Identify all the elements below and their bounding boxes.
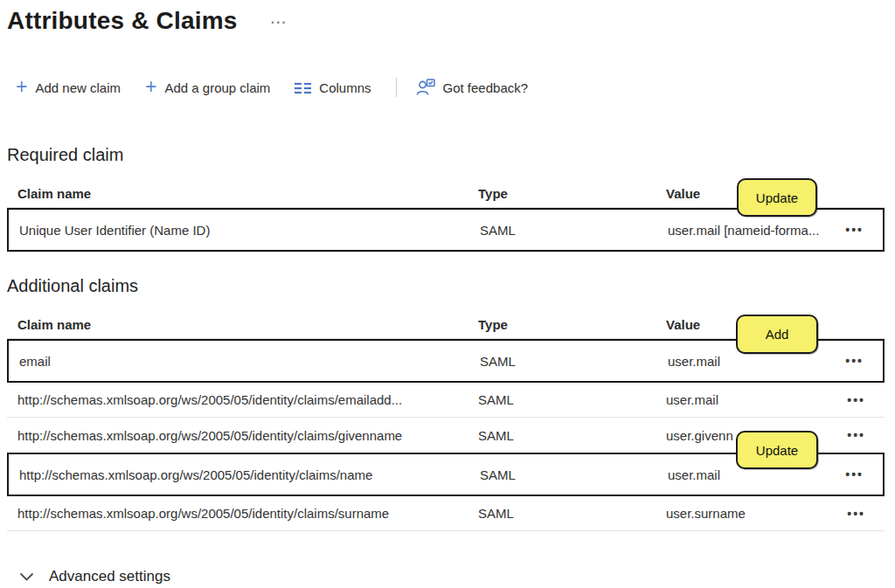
add-group-claim-label: Add a group claim: [164, 80, 270, 95]
add-new-claim-button[interactable]: + Add new claim: [16, 80, 121, 95]
feedback-person-icon: [416, 79, 435, 96]
plus-icon: +: [145, 78, 156, 95]
row-menu-button[interactable]: •••: [842, 221, 867, 239]
claim-name-column-header: Claim name: [7, 186, 478, 201]
add-group-claim-button[interactable]: + Add a group claim: [145, 80, 270, 95]
claim-type-cell: SAML: [478, 506, 666, 521]
ellipsis-icon: •••: [845, 467, 864, 481]
claim-name-cell: http://schemas.xmlsoap.org/ws/2005/05/id…: [7, 428, 478, 443]
annotation-sticker-add: Add: [736, 315, 818, 354]
claim-name-cell: http://schemas.xmlsoap.org/ws/2005/05/id…: [9, 467, 480, 482]
columns-label: Columns: [319, 80, 371, 95]
claim-value-cell: user.surname: [666, 506, 830, 521]
type-column-header: Type: [478, 317, 666, 332]
got-feedback-label: Got feedback?: [443, 80, 529, 95]
title-more-menu-button[interactable]: ···: [271, 15, 288, 31]
page-title: Attributes & Claims: [7, 7, 238, 35]
claim-value-cell: user.mail: [668, 354, 832, 369]
claim-type-cell: SAML: [478, 392, 666, 407]
annotation-label: Update: [756, 190, 798, 205]
ellipsis-icon: •••: [845, 223, 864, 237]
annotation-label: Update: [756, 443, 798, 458]
plus-icon: +: [16, 78, 27, 95]
claim-type-cell: SAML: [478, 428, 666, 443]
got-feedback-button[interactable]: Got feedback?: [416, 79, 529, 96]
row-menu-button[interactable]: •••: [843, 505, 869, 522]
chevron-down-icon: [19, 572, 34, 582]
ellipsis-icon: •••: [847, 507, 865, 521]
add-new-claim-label: Add new claim: [35, 80, 121, 95]
annotation-sticker-update-name: Update: [736, 431, 818, 469]
row-menu-button[interactable]: •••: [842, 466, 867, 483]
row-menu-button[interactable]: •••: [842, 352, 867, 370]
command-bar: + Add new claim + Add a group claim Colu…: [16, 75, 895, 100]
claim-type-cell: SAML: [480, 467, 668, 482]
table-row[interactable]: http://schemas.xmlsoap.org/ws/2005/05/id…: [7, 496, 885, 531]
ellipsis-icon: •••: [845, 354, 864, 368]
type-column-header: Type: [478, 186, 666, 201]
claim-name-column-header: Claim name: [7, 317, 478, 332]
claim-value-cell: user.mail [nameid-forma...: [668, 223, 832, 238]
ellipsis-icon: ···: [271, 15, 288, 30]
required-claim-heading: Required claim: [7, 145, 895, 165]
claim-name-cell: http://schemas.xmlsoap.org/ws/2005/05/id…: [7, 506, 478, 521]
claim-value-cell: user.mail: [666, 392, 830, 407]
annotation-sticker-update-required: Update: [737, 178, 817, 217]
attributes-claims-page: Attributes & Claims ··· + Add new claim …: [0, 0, 895, 588]
annotation-label: Add: [766, 327, 789, 342]
ellipsis-icon: •••: [847, 393, 865, 407]
row-menu-button[interactable]: •••: [843, 426, 869, 444]
claim-type-cell: SAML: [480, 354, 668, 369]
advanced-settings-label: Advanced settings: [49, 568, 170, 585]
toolbar-divider: [396, 78, 397, 97]
row-menu-button[interactable]: •••: [843, 391, 869, 409]
table-row[interactable]: http://schemas.xmlsoap.org/ws/2005/05/id…: [7, 383, 885, 418]
claim-type-cell: SAML: [480, 223, 668, 238]
claim-name-cell: Unique User Identifier (Name ID): [9, 223, 480, 238]
columns-button[interactable]: Columns: [295, 80, 371, 95]
claim-value-cell: user.mail: [668, 467, 832, 482]
additional-claims-heading: Additional claims: [7, 276, 895, 296]
page-header: Attributes & Claims ···: [0, 0, 895, 35]
advanced-settings-toggle[interactable]: Advanced settings: [19, 568, 170, 585]
columns-icon: [295, 81, 311, 94]
claim-name-cell: http://schemas.xmlsoap.org/ws/2005/05/id…: [7, 392, 478, 407]
ellipsis-icon: •••: [847, 428, 865, 442]
claim-name-cell: email: [9, 354, 480, 369]
